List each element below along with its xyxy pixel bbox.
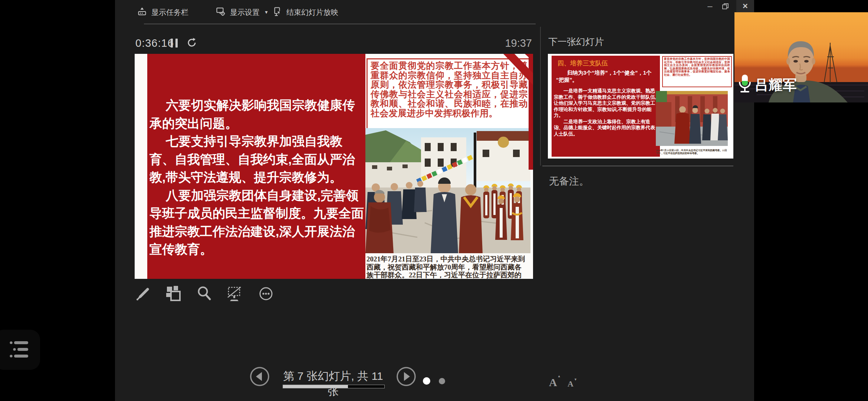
current-slide[interactable]: 六要切实解决影响我国宗教健康传承的突出问题。 七要支持引导宗教界加强自我教育、自… (135, 54, 533, 279)
next-slide-button[interactable] (396, 366, 416, 387)
more-options-button[interactable] (257, 285, 274, 302)
display-settings-button[interactable]: 显示设置 ▼ (216, 5, 269, 20)
slideshow-progress-bar (283, 385, 385, 388)
screen-slash-icon (226, 297, 243, 303)
pagination-dot-active[interactable] (423, 377, 430, 385)
restart-timer-button[interactable] (186, 37, 197, 48)
chevron-down-icon: ▼ (264, 10, 269, 15)
toolbar-divider (144, 24, 536, 24)
pen-tool-button[interactable] (135, 285, 152, 302)
pagination-dot[interactable] (439, 378, 445, 384)
next-slide-thumbnail[interactable]: 四、培养三支队伍 归纳为3个“培养”，1个“健全”，1个“把握”。 一是培养一支… (548, 54, 733, 159)
triangle-down-icon: ▼ (574, 378, 577, 381)
font-increase-button[interactable]: A▲ (549, 374, 561, 389)
elapsed-timer: 0:36:16 (135, 37, 174, 49)
slide-counter: 第 7 张幻灯片, 共 11 张 (277, 369, 389, 399)
end-slideshow-button[interactable]: 结束幻灯片放映 (272, 5, 338, 20)
panel-divider (540, 27, 541, 166)
restore-icon (722, 4, 729, 11)
ellipsis-icon (257, 297, 274, 303)
font-decrease-button[interactable]: A▼ (568, 378, 577, 389)
close-button[interactable]: ✕ (736, 0, 754, 12)
show-taskbar-label: 显示任务栏 (151, 7, 188, 17)
current-time: 19:37 (493, 37, 532, 49)
thumbnail-photo (656, 91, 728, 147)
black-screen-button[interactable] (226, 285, 243, 302)
pause-icon (171, 39, 173, 48)
notes-text: 无备注。 (549, 175, 589, 188)
thumbnail-title: 四、培养三支队伍 (558, 59, 608, 68)
previous-slide-button[interactable] (250, 366, 270, 387)
thumbnail-caption: 2021年7月21日至23日，中共中央总书记习近平来到西藏考察。22日下午，习近… (656, 149, 729, 155)
end-slideshow-icon (272, 7, 282, 18)
maximize-button[interactable] (722, 3, 729, 10)
agenda-button[interactable] (0, 330, 40, 370)
display-settings-label: 显示设置 (230, 7, 260, 17)
see-all-slides-button[interactable] (165, 285, 182, 302)
show-taskbar-button[interactable]: 显示任务栏 (137, 5, 188, 20)
magnifier-icon (196, 297, 213, 303)
minimize-icon: – (707, 1, 712, 11)
display-settings-icon (216, 7, 226, 18)
participant-name: 吕耀军 (754, 76, 797, 95)
thumbnail-intro: 归纳为3个“培养”，1个“健全”，1个“把握”。 (556, 69, 655, 84)
mic-icon (738, 74, 752, 97)
notes-divider (542, 166, 733, 166)
close-icon: ✕ (742, 2, 748, 10)
slide-body-text: 六要切实解决影响我国宗教健康传承的突出问题。 七要支持引导宗教界加强自我教育、自… (149, 96, 365, 258)
restart-icon (186, 43, 197, 49)
participant-name-tag: 吕耀军 (738, 74, 797, 97)
arrow-left-icon (250, 381, 270, 388)
slide-progress-fill (283, 385, 348, 388)
end-slideshow-label: 结束幻灯片放映 (286, 7, 338, 17)
minimize-button[interactable]: – (703, 1, 717, 12)
slide-photo-caption: 2021年7月21日至23日，中共中央总书记习近平来到西藏，祝贺西藏和平解放70… (366, 255, 526, 279)
triangle-up-icon: ▲ (558, 374, 561, 378)
pause-timer-button[interactable] (171, 39, 180, 48)
pen-icon (135, 297, 152, 303)
zoom-slide-button[interactable] (196, 285, 213, 302)
thumbnail-body-text: 一是培养一支精通马克思主义宗教观、熟悉宗教工作、善于做信教群众工作的党政干部队伍… (554, 88, 658, 137)
slide-grid-icon (165, 297, 182, 303)
next-slide-header: 下一张幻灯片 (548, 36, 604, 48)
webcam-video: 吕耀军 (734, 12, 868, 102)
show-taskbar-icon (137, 7, 147, 18)
thumbnail-quote-box: 要坚持党的宗教工作基本方针，坚持我国宗教的中国化方向，积极引导宗教与社会主义社会… (662, 56, 732, 87)
arrow-right-icon (396, 381, 416, 388)
screen: 显示任务栏 显示设置 ▼ 结束幻灯片放映 – ✕ 0:36:16 19:37 (0, 0, 868, 401)
slide-corner-decoration (503, 54, 533, 171)
